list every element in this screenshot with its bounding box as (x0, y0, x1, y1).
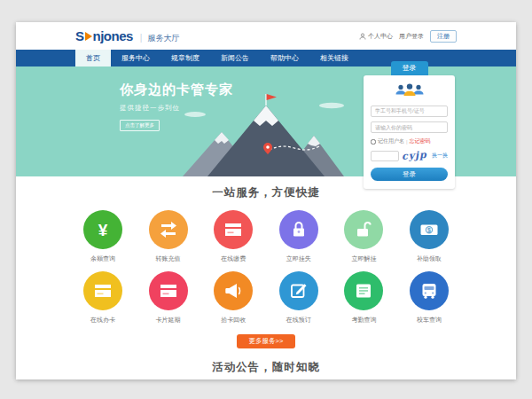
tab-usage-guide-left[interactable]: 使用指南 (87, 379, 129, 380)
nav-item-rules[interactable]: 规章制度 (160, 50, 210, 66)
user-login-label: 用户登录 (399, 32, 424, 41)
login-tab[interactable]: 登录 (391, 61, 428, 75)
tab-usage-guide-right[interactable]: 使用指南 (283, 379, 325, 380)
unlock-icon (344, 210, 383, 249)
logo-suffix: 服务大厅 (147, 33, 179, 44)
flag-pole (265, 94, 266, 106)
service-transfer-recharge[interactable]: 转账充值 (141, 210, 196, 263)
hero-banner: 你身边的卡管专家 提供捷径一步到位 点击了解更多 登录 (16, 66, 516, 176)
attendance-list-icon (344, 271, 383, 310)
remember-label: 记住用户名 (378, 137, 404, 145)
nav-item-service-center[interactable]: 服务中心 (111, 50, 160, 66)
yuan-icon: ¥ (83, 210, 122, 249)
register-button[interactable]: 注册 (430, 30, 457, 43)
username-input[interactable] (371, 106, 448, 117)
services-section: 一站服务，方便快捷 ¥ 余额查询 转账充值 (16, 176, 516, 348)
logo-divider: | (140, 33, 143, 43)
portal-page: S njones | 服务大厅 个人中心 用户登录 注册 (16, 22, 516, 379)
login-submit-button[interactable]: 登录 (371, 168, 448, 181)
transfer-arrows-icon (149, 210, 188, 249)
bus-icon (410, 271, 449, 310)
announcements-section: 活动公告，随时知晓 使用指南 最新公告 更多>> 使用指南 更多>> (16, 360, 516, 379)
nav-item-help[interactable]: 帮助中心 (260, 50, 309, 66)
service-card-recycle[interactable]: 拾卡回收 (206, 271, 261, 325)
nav-item-news[interactable]: 新闻公告 (210, 50, 260, 66)
service-report-loss[interactable]: 立即挂失 (271, 210, 326, 263)
edit-icon (279, 271, 318, 310)
service-school-bus[interactable]: 校车查询 (402, 271, 457, 325)
service-unfreeze[interactable]: 立即解挂 (336, 210, 391, 263)
hero-subtitle: 提供捷径一步到位 (120, 104, 233, 113)
announcements-title: 活动公告，随时知晓 (16, 360, 516, 375)
nav-item-links[interactable]: 相关链接 (309, 50, 359, 66)
user-login-link[interactable]: 用户登录 (399, 32, 424, 41)
nav-item-home[interactable]: 首页 (75, 50, 111, 66)
logo-text-rest: njones (93, 28, 133, 43)
service-balance-inquiry[interactable]: ¥ 余额查询 (75, 210, 130, 263)
login-panel: 登录 记住用户名 | 忘记密码 (364, 61, 455, 189)
service-card-extension[interactable]: 卡片延期 (141, 271, 196, 325)
personal-center-link[interactable]: 个人中心 (359, 32, 393, 41)
options-separator: | (406, 139, 408, 145)
captcha-input[interactable] (371, 151, 399, 161)
card-icon (83, 271, 122, 310)
card-icon (149, 271, 188, 310)
person-icon (359, 33, 366, 40)
banknote-icon: $ (410, 210, 449, 249)
service-subsidy[interactable]: $ 补助领取 (402, 210, 457, 263)
megaphone-icon (214, 271, 253, 310)
remember-checkbox[interactable] (371, 139, 376, 145)
personal-center-label: 个人中心 (368, 32, 393, 41)
captcha-image: cyjp (402, 149, 428, 162)
hero-cta-button[interactable]: 点击了解更多 (120, 120, 160, 131)
sun-arrow-icon (85, 32, 92, 41)
site-header: S njones | 服务大厅 个人中心 用户登录 注册 (16, 22, 516, 50)
password-input[interactable] (371, 121, 448, 133)
service-online-booking[interactable]: 在线预订 (271, 271, 326, 325)
service-apply-card[interactable]: 在线办卡 (75, 271, 130, 325)
svg-text:$: $ (427, 227, 431, 234)
service-online-payment[interactable]: 在线缴费 (206, 210, 261, 263)
bank-card-icon (214, 210, 253, 249)
captcha-refresh-link[interactable]: 换一换 (432, 152, 448, 160)
hero-title: 你身边的卡管专家 (120, 82, 233, 98)
logo-text-s: S (75, 28, 84, 43)
lock-icon (279, 210, 318, 249)
service-attendance[interactable]: 考勤查询 (336, 271, 391, 325)
more-services-button[interactable]: 更多服务>> (237, 334, 295, 348)
synjones-logo[interactable]: S njones | 服务大厅 (75, 28, 179, 44)
users-group-icon (394, 82, 426, 98)
forgot-password-link[interactable]: 忘记密码 (410, 137, 431, 145)
flag-icon (267, 94, 277, 100)
